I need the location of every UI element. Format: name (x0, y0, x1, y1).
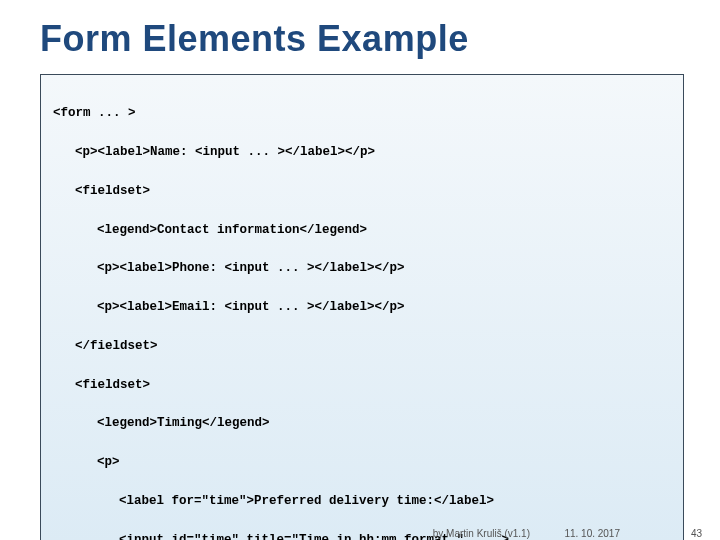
slide-title: Form Elements Example (0, 0, 720, 66)
code-text: Preferred delivery time: (254, 494, 434, 508)
code-text: ... > (91, 106, 136, 120)
footer-date: 11. 10. 2017 (564, 528, 620, 539)
code-text: <input (225, 300, 270, 314)
code-text: Timing (157, 416, 202, 430)
code-text: </legend> (300, 223, 368, 237)
code-text: </legend> (202, 416, 270, 430)
code-text: <legend> (97, 223, 157, 237)
code-text: <p><label> (97, 261, 172, 275)
code-text: <p><label> (97, 300, 172, 314)
code-text: ></label></p> (307, 300, 405, 314)
code-text: ></label></p> (307, 261, 405, 275)
footer-page-number: 43 (691, 528, 702, 539)
code-text: <fieldset> (75, 378, 150, 392)
code-text: <input (195, 145, 240, 159)
code-text: <p> (97, 455, 120, 469)
code-text: <input (225, 261, 270, 275)
code-text: <input id="time" title="Time in hh:mm fo… (119, 533, 464, 540)
code-text: <label for="time"> (119, 494, 254, 508)
code-text: <form (53, 106, 91, 120)
code-block: <form ... > <p><label>Name: <input ... >… (40, 74, 684, 540)
code-text: Phone: (172, 261, 225, 275)
code-text: ... (270, 261, 308, 275)
code-text: <fieldset> (75, 184, 150, 198)
code-text: <legend> (97, 416, 157, 430)
code-text: <p><label> (75, 145, 150, 159)
code-text: Email: (172, 300, 225, 314)
code-text: Name: (150, 145, 195, 159)
code-text: </label> (434, 494, 494, 508)
code-text: Contact information (157, 223, 300, 237)
code-text: ></label></p> (278, 145, 376, 159)
code-text: ... (270, 300, 308, 314)
code-text: </fieldset> (75, 339, 158, 353)
code-text: ... (240, 145, 278, 159)
footer-author: by Martin Kruliš (v1.1) (433, 528, 530, 539)
